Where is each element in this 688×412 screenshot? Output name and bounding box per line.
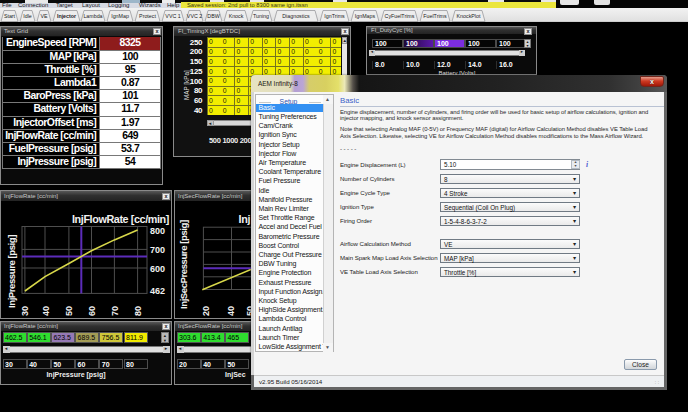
svg-text:IgnMaps: IgnMaps xyxy=(355,13,376,19)
svg-text:InjPressure [psig]: InjPressure [psig] xyxy=(6,235,17,308)
svg-text:800: 800 xyxy=(150,226,165,236)
svg-text:462: 462 xyxy=(150,286,165,296)
svg-text:KnockPlot: KnockPlot xyxy=(457,13,481,19)
svg-text:VVC 1: VVC 1 xyxy=(165,13,180,19)
svg-text:40: 40 xyxy=(226,306,236,316)
svg-text:700: 700 xyxy=(150,245,165,255)
svg-text:CyFuelTrims: CyFuelTrims xyxy=(385,13,415,19)
svg-text:Diagnostics: Diagnostics xyxy=(282,13,310,19)
svg-text:50: 50 xyxy=(64,306,74,316)
svg-text:IgnTrims: IgnTrims xyxy=(324,13,345,19)
svg-text:Tuning: Tuning xyxy=(253,13,269,19)
svg-text:FuelTrims: FuelTrims xyxy=(423,13,447,19)
svg-text:Injector: Injector xyxy=(57,13,76,19)
svg-text:VE: VE xyxy=(40,13,48,19)
svg-text:DBW: DBW xyxy=(207,13,219,19)
svg-text:Protect: Protect xyxy=(139,13,156,19)
svg-text:60: 60 xyxy=(87,306,97,316)
svg-text:Knock: Knock xyxy=(229,13,244,19)
svg-text:30: 30 xyxy=(20,306,30,316)
svg-text:Inj: Inj xyxy=(239,213,251,225)
svg-text:InjSecPressure [psig]: InjSecPressure [psig] xyxy=(178,220,189,309)
svg-text:IgnMap: IgnMap xyxy=(111,13,129,19)
svg-text:InjFlowRate [cc/min]: InjFlowRate [cc/min] xyxy=(72,213,169,225)
svg-text:600: 600 xyxy=(150,264,165,274)
svg-text:Idle: Idle xyxy=(23,13,32,19)
svg-text:Lambda: Lambda xyxy=(83,13,102,19)
svg-text:70: 70 xyxy=(110,306,120,316)
svg-text:Start: Start xyxy=(4,13,16,19)
svg-text:VVC 2: VVC 2 xyxy=(187,13,202,19)
svg-text:80: 80 xyxy=(133,306,143,316)
svg-text:20: 20 xyxy=(201,306,211,316)
svg-text:40: 40 xyxy=(41,306,51,316)
